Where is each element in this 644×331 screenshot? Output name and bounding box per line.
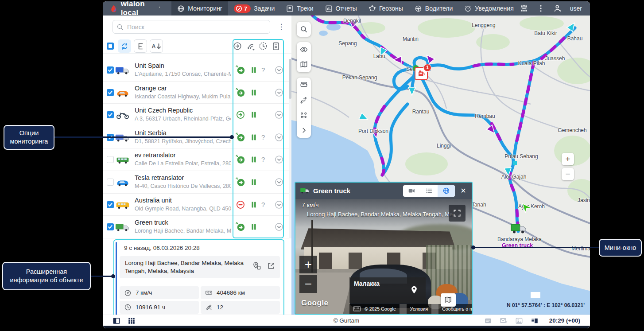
motion-status-icon[interactable] <box>236 177 245 187</box>
unit-menu-button[interactable] <box>274 200 284 210</box>
unit-row[interactable]: ev retranslatorCalle De La Estrella Pola… <box>103 148 289 171</box>
map-tools-expand-button[interactable] <box>297 123 311 138</box>
unit-name[interactable]: Unit Spain <box>135 62 164 69</box>
connection-status-icon[interactable] <box>249 110 259 120</box>
map-measure-button[interactable] <box>297 78 311 93</box>
zoom-out-button[interactable]: − <box>562 168 574 180</box>
user-account-icon[interactable] <box>553 4 562 13</box>
sensors-column-icon[interactable] <box>271 41 281 51</box>
tab-notifications[interactable]: Уведомления <box>458 1 520 16</box>
unit-name[interactable]: Green truck <box>135 219 168 226</box>
unit-name[interactable]: ev retranslator <box>135 152 176 159</box>
unit-checkbox[interactable] <box>107 179 114 186</box>
data-accuracy-icon[interactable]: ? <box>261 155 271 164</box>
zoom-in-button[interactable]: + <box>562 153 574 165</box>
panel-view-icon[interactable] <box>531 317 539 325</box>
map-routing-button[interactable] <box>297 93 311 108</box>
unit-name[interactable]: Unit Serbia <box>135 129 167 136</box>
unit-name[interactable]: Orange car <box>135 85 167 92</box>
keyboard-icon[interactable] <box>353 306 361 312</box>
wialon-logo[interactable]: wialon localʼ <box>110 1 160 17</box>
open-location-icon[interactable] <box>267 261 275 270</box>
data-accuracy-icon[interactable]: ? <box>261 200 271 210</box>
copy-coordinates-icon[interactable] <box>252 261 261 270</box>
unit-checkbox[interactable] <box>107 201 114 208</box>
unit-row[interactable]: Green truckLorong Haji Bachee, Bandar Me… <box>103 216 289 238</box>
motion-status-icon[interactable] <box>236 222 245 232</box>
data-accuracy-icon[interactable]: ? <box>261 132 271 142</box>
motion-status-icon[interactable] <box>236 88 245 97</box>
tab-geofences[interactable]: Геозоны <box>363 1 409 16</box>
mini-window-close-icon[interactable]: ✕ <box>455 187 472 195</box>
tab-reports[interactable]: Отчеты <box>319 1 363 16</box>
unit-menu-button[interactable] <box>274 65 284 75</box>
unit-row[interactable]: Tesla retranslatorM-40, Casco Histórico … <box>103 171 289 194</box>
motion-status-icon[interactable] <box>236 132 245 142</box>
motion-state-column-icon[interactable] <box>233 41 242 51</box>
motion-status-icon[interactable] <box>236 110 245 120</box>
unit-checkbox[interactable] <box>107 156 114 163</box>
fuel-event-marker[interactable]: 1 <box>415 67 429 81</box>
unit-checkbox[interactable] <box>107 111 114 118</box>
data-accuracy-icon[interactable] <box>261 110 271 120</box>
data-accuracy-icon[interactable] <box>261 177 271 187</box>
unit-name[interactable]: Tesla retranslator <box>135 174 184 181</box>
connection-state-column-icon[interactable] <box>246 41 256 51</box>
unit-row[interactable]: Unit SpainL'Aquitaine, 17150 Consac, Cha… <box>103 59 289 82</box>
map-search-button[interactable] <box>297 22 311 37</box>
tab-tasks[interactable]: 7Задачи <box>228 1 280 16</box>
report-problem-link[interactable]: Сообщить о проблеме <box>438 306 472 312</box>
data-accuracy-icon[interactable] <box>261 222 271 232</box>
connection-status-icon[interactable] <box>249 132 259 142</box>
more-options-icon[interactable] <box>536 4 545 13</box>
street-view-content[interactable]: 7 км/ч Lorong Haji Bachee, Bandar Melaka… <box>295 199 472 314</box>
unit-checkbox[interactable] <box>107 66 114 74</box>
mini-window-header[interactable]: Green truck ✕ <box>295 183 472 199</box>
unit-menu-button[interactable] <box>274 88 284 97</box>
connection-status-icon[interactable] <box>249 200 259 210</box>
unit-row[interactable]: Orange carIskandar Coastal Highway, Muki… <box>103 82 289 104</box>
refresh-button[interactable] <box>118 39 131 53</box>
unit-row[interactable]: Australia unitOld Gympie Road, Narangba,… <box>103 194 289 216</box>
map-visibility-button[interactable] <box>297 42 311 57</box>
connection-status-icon[interactable] <box>249 222 259 232</box>
data-accuracy-column-icon[interactable] <box>258 41 268 51</box>
select-all-checkbox[interactable] <box>107 43 114 50</box>
back-to-map-button[interactable] <box>441 293 456 307</box>
street-view-mode-icon[interactable] <box>438 185 455 197</box>
motion-status-icon[interactable] <box>236 200 245 210</box>
fullscreen-icon[interactable] <box>449 205 466 222</box>
tab-drivers[interactable]: Водители <box>409 1 458 16</box>
apps-grid-icon[interactable] <box>520 4 528 13</box>
tree-view-button[interactable] <box>134 39 147 53</box>
log-icon[interactable] <box>484 317 492 325</box>
unit-menu-button[interactable] <box>274 222 284 232</box>
map-points-button[interactable] <box>297 108 311 123</box>
unit-checkbox[interactable] <box>107 89 114 96</box>
search-input[interactable] <box>126 21 266 33</box>
list-menu-icon[interactable]: ⋮ <box>276 22 286 32</box>
unit-row[interactable]: Unit Czech RepublicA 3, 56317 Urbach, Rh… <box>103 104 289 126</box>
unit-menu-button[interactable] <box>274 132 284 142</box>
data-accuracy-icon[interactable] <box>261 88 271 97</box>
video-mode-icon[interactable] <box>403 185 420 197</box>
data-accuracy-icon[interactable]: ? <box>261 65 271 75</box>
connection-status-icon[interactable] <box>249 88 259 97</box>
unit-name[interactable]: Unit Czech Republic <box>135 107 193 114</box>
connection-status-icon[interactable] <box>249 155 259 164</box>
terms-link[interactable]: Условия <box>407 306 431 312</box>
tab-monitoring[interactable]: Мониторинг <box>171 1 228 16</box>
green-truck-map-marker[interactable] <box>510 223 527 236</box>
map-layers-button[interactable] <box>297 57 311 72</box>
unit-menu-button[interactable] <box>274 177 284 187</box>
tab-tracks[interactable]: Треки <box>280 1 319 16</box>
connection-status-icon[interactable] <box>249 177 259 187</box>
motion-status-icon[interactable] <box>236 65 245 75</box>
streetview-zoom-out-button[interactable]: − <box>299 275 317 293</box>
messages-icon[interactable] <box>500 317 508 325</box>
user-name[interactable]: user <box>570 5 582 12</box>
unit-checkbox[interactable] <box>107 223 114 230</box>
search-box[interactable] <box>113 20 270 34</box>
place-pin-icon[interactable] <box>410 285 419 294</box>
info-mode-icon[interactable] <box>420 185 438 197</box>
